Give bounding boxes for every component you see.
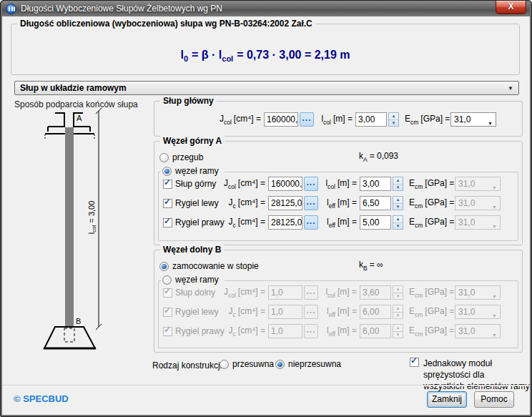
hinge-radio-label[interactable]: przegub bbox=[172, 152, 203, 162]
right-beam-checkbox[interactable]: ✓ bbox=[163, 218, 172, 227]
spin-up-icon: ▲ bbox=[393, 286, 403, 293]
dialog-window: Długości Wyboczeniowe Słupów Żelbetowych… bbox=[0, 0, 532, 417]
lcol-input[interactable]: 3,00 bbox=[355, 112, 387, 127]
jc-label: Jc[cm⁴] = bbox=[217, 325, 268, 338]
jc-input[interactable]: 28125,0 bbox=[268, 215, 302, 230]
hinge-radio[interactable] bbox=[159, 153, 169, 162]
leff-spinner: ▲▼ bbox=[393, 324, 403, 338]
jcol-browse-button[interactable]: ... bbox=[300, 112, 314, 127]
jcol-browse-button: ... bbox=[304, 285, 318, 300]
row-name: Słup dolny bbox=[175, 288, 217, 298]
jcol-input: 1,0 bbox=[268, 285, 302, 300]
leff-input[interactable]: 5,00 bbox=[360, 215, 391, 230]
equal-modulus-checkbox[interactable]: ✓ bbox=[410, 358, 419, 367]
jcol-input[interactable]: 160000,0 bbox=[268, 177, 302, 191]
spin-up-icon[interactable]: ▲ bbox=[393, 197, 403, 204]
jcol-label: Jcol[cm⁴] = bbox=[217, 287, 268, 299]
spin-down-icon[interactable]: ▼ bbox=[393, 223, 403, 230]
jc-label: Jc[cm⁴] = bbox=[217, 306, 268, 318]
check-icon: ✓ bbox=[164, 325, 171, 334]
ecm-combobox: 31,0▼ bbox=[455, 305, 501, 319]
lcol-input[interactable]: 3,00 bbox=[360, 177, 391, 191]
help-button[interactable]: Pomoc bbox=[474, 391, 514, 408]
equal-modulus-option[interactable]: ✓ Jednakowy moduł sprężystości dlawszyst… bbox=[410, 358, 530, 392]
sway-radio-label[interactable]: przesuwna bbox=[232, 359, 274, 369]
upper-column-checkbox[interactable]: ✓ bbox=[163, 180, 172, 189]
column-shaft bbox=[65, 127, 74, 327]
right-beam-row: ✓ Rygiel prawy Jc[cm⁴] = 28125,0 ... lef… bbox=[163, 215, 518, 230]
nonsway-radio-option[interactable]: nieprzesuwna bbox=[275, 359, 341, 369]
leff-spinner[interactable]: ▲▼ bbox=[393, 196, 403, 210]
chevron-down-icon: ▼ bbox=[508, 85, 513, 92]
title-bar[interactable]: Długości Wyboczeniowe Słupów Żelbetowych… bbox=[2, 1, 530, 16]
leff-spinner[interactable]: ▲▼ bbox=[393, 215, 403, 230]
nonsway-radio-label[interactable]: nieprzesuwna bbox=[288, 359, 341, 369]
lcol-spinner[interactable]: ▲▼ bbox=[388, 112, 399, 127]
lower-column-row: ✓ Słup dolny Jcol[cm⁴] = 1,0 ... lcol[m]… bbox=[163, 285, 518, 300]
specbud-brand-link[interactable]: © SPECBUD bbox=[14, 393, 69, 404]
main-column-group: Słup główny Jcol[cm⁴] = 160000,0 ... lco… bbox=[154, 101, 523, 137]
leff-input: 6,00 bbox=[360, 324, 391, 338]
close-window-button[interactable]: X bbox=[496, 1, 526, 14]
chevron-down-icon: ▼ bbox=[492, 290, 497, 303]
sway-radio[interactable] bbox=[220, 360, 229, 369]
frame-node-radio-option[interactable]: węzeł ramy bbox=[161, 275, 225, 285]
jcol-browse-button[interactable]: ... bbox=[304, 177, 318, 191]
main-column-row: Jcol[cm⁴] = 160000,0 ... lcol[m] = 3,00 … bbox=[159, 112, 522, 127]
hinge-radio-option[interactable]: przegub bbox=[159, 152, 203, 162]
spin-down-icon[interactable]: ▼ bbox=[393, 204, 403, 210]
jcol-input[interactable]: 160000,0 bbox=[264, 112, 298, 127]
leff-input[interactable]: 6,50 bbox=[360, 196, 391, 210]
fixed-base-radio-label[interactable]: zamocowanie w stopie bbox=[172, 261, 259, 271]
jc-input[interactable]: 28125,0 bbox=[268, 196, 302, 210]
ecm-label: Ecm[GPa] = bbox=[409, 217, 455, 229]
chevron-down-icon: ▼ bbox=[492, 329, 497, 342]
main-column-group-title: Słup główny bbox=[160, 96, 217, 106]
column-system-combobox[interactable]: Słup w układzie ramowym ▼ bbox=[14, 81, 519, 95]
chevron-down-icon: ▼ bbox=[492, 310, 497, 323]
leff-label: leff[m] = bbox=[322, 325, 360, 338]
jc-browse-button[interactable]: ... bbox=[304, 215, 318, 230]
frame-node-radio[interactable] bbox=[162, 167, 172, 176]
node-a-label: A bbox=[77, 114, 82, 122]
ecm-combobox[interactable]: 31,0▼ bbox=[450, 112, 496, 127]
chevron-down-icon: ▼ bbox=[492, 220, 497, 233]
check-icon: ✓ bbox=[164, 287, 171, 295]
leff-label: leff[m] = bbox=[322, 306, 360, 318]
jc-browse-button: ... bbox=[304, 324, 318, 338]
row-name: Rygiel prawy bbox=[175, 326, 217, 336]
upper-column-row: ✓ Słup górny Jcol[cm⁴] = 160000,0 ... lc… bbox=[163, 176, 518, 192]
spin-up-icon[interactable]: ▲ bbox=[393, 177, 403, 185]
footing-shape bbox=[44, 327, 95, 348]
spin-up-icon[interactable]: ▲ bbox=[393, 216, 403, 223]
lcol-spinner: ▲▼ bbox=[393, 285, 403, 300]
sway-radio-option[interactable]: przesuwna bbox=[220, 359, 274, 369]
spin-down-icon[interactable]: ▼ bbox=[389, 120, 398, 127]
equal-modulus-label[interactable]: Jednakowy moduł sprężystości dlawszystki… bbox=[423, 358, 530, 392]
lcol-spinner[interactable]: ▲▼ bbox=[393, 177, 403, 191]
nonsway-radio[interactable] bbox=[275, 360, 285, 369]
close-button[interactable]: Zamknij bbox=[427, 391, 467, 408]
frame-node-radio-label[interactable]: węzeł ramy bbox=[175, 166, 219, 176]
jc-label: Jc[cm⁴] = bbox=[217, 197, 268, 210]
left-beam-row: ✓ Rygiel lewy Jc[cm⁴] = 28125,0 ... leff… bbox=[163, 195, 518, 211]
leff-input: 6,00 bbox=[360, 305, 391, 319]
spin-up-icon: ▲ bbox=[393, 305, 403, 313]
window-title: Długości Wyboczeniowe Słupów Żelbetowych… bbox=[21, 4, 222, 14]
spin-down-icon[interactable]: ▼ bbox=[393, 185, 403, 191]
fixed-base-radio[interactable] bbox=[159, 262, 169, 271]
left-beam-checkbox[interactable]: ✓ bbox=[163, 199, 172, 208]
jc-input: 1,0 bbox=[268, 305, 302, 319]
fixed-base-radio-option[interactable]: zamocowanie w stopie bbox=[159, 261, 259, 271]
jc-browse-button[interactable]: ... bbox=[304, 196, 318, 210]
kb-value: kB= ∞ bbox=[359, 260, 383, 272]
frame-node-radio-label[interactable]: węzeł ramy bbox=[175, 275, 219, 285]
jc-browse-button: ... bbox=[304, 305, 318, 319]
jc-label: Jc[cm⁴] = bbox=[217, 217, 268, 229]
jcol-label: Jcol[cm⁴] = bbox=[217, 178, 268, 190]
spin-up-icon[interactable]: ▲ bbox=[389, 113, 398, 120]
right-beam-checkbox: ✓ bbox=[163, 327, 172, 336]
frame-node-radio-option[interactable]: węzeł ramy bbox=[161, 166, 225, 176]
frame-node-radio[interactable] bbox=[162, 275, 172, 285]
check-icon: ✓ bbox=[164, 306, 171, 315]
